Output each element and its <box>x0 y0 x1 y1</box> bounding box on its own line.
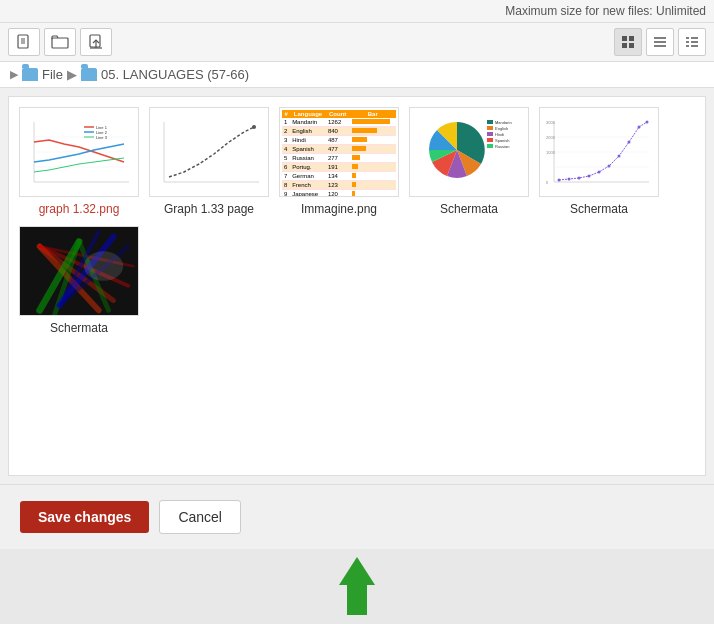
breadcrumb-separator: ▶ <box>67 67 77 82</box>
svg-rect-40 <box>487 126 493 130</box>
file-name: Immagine.png <box>301 202 377 216</box>
svg-point-61 <box>588 175 591 178</box>
file-name: Schermata <box>570 202 628 216</box>
svg-text:Hindi: Hindi <box>495 132 504 137</box>
svg-point-67 <box>646 121 649 124</box>
svg-point-59 <box>568 178 571 181</box>
file-name: Schermata <box>440 202 498 216</box>
svg-point-63 <box>608 165 611 168</box>
svg-rect-42 <box>487 132 493 136</box>
toolbar-right <box>614 28 706 56</box>
pie-chart: Mandarin English Hindi Spanish Russian <box>410 108 528 196</box>
svg-rect-10 <box>622 43 627 48</box>
new-file-icon <box>16 34 32 50</box>
svg-rect-11 <box>629 43 634 48</box>
breadcrumb-item-languages[interactable]: 05. LANGUAGES (57-66) <box>81 67 249 82</box>
graph2-chart <box>150 108 268 196</box>
svg-text:1000: 1000 <box>546 150 556 155</box>
max-size-label: Maximum size for new files: Unlimited <box>505 4 706 18</box>
open-folder-button[interactable] <box>44 28 76 56</box>
list-view-icon <box>653 35 667 49</box>
pie-svg: Mandarin English Hindi Spanish Russian <box>414 112 524 192</box>
list-item[interactable]: Schermata <box>19 226 139 335</box>
upload-icon <box>88 34 104 50</box>
open-folder-icon <box>51 34 69 50</box>
svg-point-62 <box>598 171 601 174</box>
svg-rect-44 <box>487 138 493 142</box>
svg-point-64 <box>618 155 621 158</box>
file-thumbnail <box>149 107 269 197</box>
graph1-chart: Line 1 Line 2 Line 3 <box>20 108 138 196</box>
arrow-container <box>0 549 714 624</box>
scatter-chart: 3000 2000 1000 0 <box>544 107 654 197</box>
svg-text:3000: 3000 <box>546 120 556 125</box>
file-thumbnail: Line 1 Line 2 Line 3 <box>19 107 139 197</box>
list-item[interactable]: 3000 2000 1000 0 <box>539 107 659 216</box>
file-thumbnail <box>19 226 139 316</box>
svg-text:Line 3: Line 3 <box>96 135 108 140</box>
file-thumbnail: #LanguageCountBar 1Mandarin1262 2English… <box>279 107 399 197</box>
detail-view-button[interactable] <box>678 28 706 56</box>
breadcrumb-arrow: ▶ <box>10 68 18 81</box>
list-item[interactable]: Line 1 Line 2 Line 3 graph 1.32.png <box>19 107 139 216</box>
svg-point-58 <box>558 179 561 182</box>
cancel-button[interactable]: Cancel <box>159 500 241 534</box>
color-chart <box>20 226 138 316</box>
file-name: graph 1.32.png <box>39 202 120 216</box>
arrow-head <box>339 557 375 585</box>
svg-rect-46 <box>487 144 493 148</box>
svg-text:Spanish: Spanish <box>495 138 509 143</box>
folder-icon <box>22 68 38 81</box>
file-manager-panel: Line 1 Line 2 Line 3 graph 1.32.png <box>8 96 706 476</box>
upload-button[interactable] <box>80 28 112 56</box>
list-item[interactable]: Mandarin English Hindi Spanish Russian S… <box>409 107 529 216</box>
svg-text:Mandarin: Mandarin <box>495 120 512 125</box>
svg-point-79 <box>84 251 123 281</box>
svg-rect-38 <box>487 120 493 124</box>
svg-rect-8 <box>622 36 627 41</box>
new-file-button[interactable] <box>8 28 40 56</box>
breadcrumb-languages-label: 05. LANGUAGES (57-66) <box>101 67 249 82</box>
toolbar-left <box>8 28 112 56</box>
svg-point-65 <box>628 141 631 144</box>
file-name: Graph 1.33 page <box>164 202 254 216</box>
svg-text:Russian: Russian <box>495 144 509 149</box>
toolbar <box>0 23 714 62</box>
svg-text:2000: 2000 <box>546 135 556 140</box>
footer-bar: Save changes Cancel <box>0 484 714 549</box>
grid-view-icon <box>621 35 635 49</box>
svg-point-36 <box>252 125 256 129</box>
breadcrumb: ▶ File ▶ 05. LANGUAGES (57-66) <box>0 62 714 88</box>
list-view-button[interactable] <box>646 28 674 56</box>
list-item[interactable]: #LanguageCountBar 1Mandarin1262 2English… <box>279 107 399 216</box>
breadcrumb-item-file[interactable]: File <box>22 67 63 82</box>
file-grid: Line 1 Line 2 Line 3 graph 1.32.png <box>19 107 695 335</box>
grid-view-button[interactable] <box>614 28 642 56</box>
table-chart: #LanguageCountBar 1Mandarin1262 2English… <box>280 108 398 196</box>
save-changes-button[interactable]: Save changes <box>20 501 149 533</box>
svg-rect-33 <box>154 112 264 192</box>
file-thumbnail: 3000 2000 1000 0 <box>539 107 659 197</box>
file-name: Schermata <box>50 321 108 335</box>
file-thumbnail: Mandarin English Hindi Spanish Russian <box>409 107 529 197</box>
top-bar: Maximum size for new files: Unlimited <box>0 0 714 23</box>
svg-rect-4 <box>52 38 68 48</box>
arrow-shaft <box>347 585 367 615</box>
svg-point-66 <box>638 126 641 129</box>
detail-view-icon <box>685 35 699 49</box>
folder-icon-2 <box>81 68 97 81</box>
svg-rect-9 <box>629 36 634 41</box>
bottom-area <box>0 549 714 624</box>
arrow-up-indicator <box>339 557 375 615</box>
breadcrumb-file-label: File <box>42 67 63 82</box>
list-item[interactable]: Graph 1.33 page <box>149 107 269 216</box>
svg-text:English: English <box>495 126 508 131</box>
svg-point-60 <box>578 177 581 180</box>
